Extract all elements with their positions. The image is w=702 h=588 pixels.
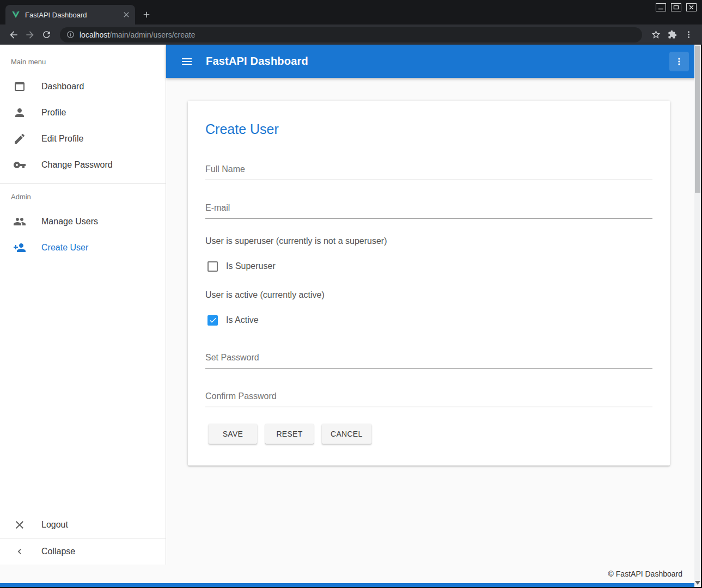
confirm-password-input[interactable] — [205, 387, 652, 407]
pencil-icon — [13, 132, 26, 145]
back-icon[interactable] — [5, 27, 22, 43]
bookmark-star-icon[interactable] — [648, 27, 664, 43]
minimize-icon[interactable] — [656, 3, 666, 11]
sidebar-item-logout[interactable]: Logout — [0, 512, 166, 538]
forward-icon[interactable] — [22, 27, 38, 43]
page-scrollbar[interactable] — [694, 45, 701, 587]
page-title: Create User — [205, 121, 652, 137]
confirm-password-field-wrap — [205, 387, 652, 407]
browser-toolbar: localhost/main/admin/users/create — [0, 24, 702, 45]
browser-menu-icon[interactable] — [680, 27, 697, 43]
sidebar-item-manage-users[interactable]: Manage Users — [0, 209, 166, 235]
tab-title: FastAPI Dashboard — [25, 11, 117, 19]
set-password-field-wrap — [205, 348, 652, 369]
person-icon — [13, 106, 26, 119]
browser-tab-strip: FastAPI Dashboard — [0, 0, 702, 24]
sidebar-item-label: Logout — [41, 520, 68, 530]
main-area: FastAPI Dashboard Create User User is su… — [166, 45, 701, 565]
info-icon[interactable] — [66, 30, 75, 39]
url-text: localhost/main/admin/users/create — [80, 30, 195, 40]
sidebar-item-label: Change Password — [41, 160, 113, 170]
copyright-text: © FastAPI Dashboard — [608, 569, 682, 578]
window-controls — [656, 3, 697, 11]
form-actions: SAVE RESET CANCEL — [205, 424, 652, 444]
is-active-checkbox[interactable] — [207, 315, 218, 326]
tab-close-icon[interactable] — [122, 10, 131, 19]
new-tab-button[interactable] — [142, 10, 151, 20]
footer-accent-strip — [0, 583, 701, 587]
scrollbar-thumb[interactable] — [695, 46, 700, 193]
cancel-button[interactable]: CANCEL — [322, 424, 371, 444]
active-checkbox-label: Is Active — [226, 315, 259, 325]
sidebar-item-edit-profile[interactable]: Edit Profile — [0, 126, 166, 152]
app-footer: © FastAPI Dashboard — [0, 565, 701, 583]
full-name-field-wrap — [205, 160, 652, 180]
sidebar-item-label: Dashboard — [41, 82, 84, 91]
chevron-left-icon — [14, 546, 25, 557]
maximize-icon[interactable] — [671, 3, 681, 11]
kebab-menu-icon[interactable] — [669, 52, 689, 71]
appbar-title: FastAPI Dashboard — [206, 55, 308, 68]
sidebar-item-label: Edit Profile — [41, 134, 83, 144]
superuser-check-row: Is Superuser — [205, 260, 652, 273]
active-hint: User is active (currently active) — [205, 290, 652, 300]
sidebar-item-label: Create User — [41, 243, 88, 253]
sidebar-section-admin: Admin — [0, 184, 166, 209]
url-path: /main/admin/users/create — [109, 30, 195, 39]
checkmark-icon — [209, 262, 217, 271]
sidebar-item-label: Profile — [41, 108, 66, 118]
dashboard-icon — [13, 80, 26, 93]
checkmark-icon — [209, 316, 217, 324]
url-bar[interactable]: localhost/main/admin/users/create — [60, 27, 642, 42]
set-password-input[interactable] — [205, 348, 652, 369]
app-bar: FastAPI Dashboard — [166, 45, 701, 78]
sidebar: Main menu Dashboard Profile Edit Profile — [0, 45, 166, 565]
sidebar-item-label: Manage Users — [41, 217, 98, 226]
vue-logo-icon — [11, 10, 20, 19]
email-field-wrap — [205, 199, 652, 219]
sidebar-item-change-password[interactable]: Change Password — [0, 152, 166, 178]
superuser-checkbox-label: Is Superuser — [226, 261, 276, 271]
extension-icon[interactable] — [664, 27, 680, 43]
reload-icon[interactable] — [38, 27, 54, 43]
reset-button[interactable]: RESET — [265, 424, 314, 444]
email-input[interactable] — [205, 199, 652, 219]
active-check-row: Is Active — [205, 314, 652, 327]
full-name-input[interactable] — [205, 160, 652, 180]
hamburger-icon[interactable] — [180, 55, 193, 68]
save-button[interactable]: SAVE — [209, 424, 257, 444]
sidebar-spacer — [0, 261, 166, 512]
sidebar-item-collapse[interactable]: Collapse — [0, 538, 166, 565]
url-host: localhost — [80, 30, 109, 39]
key-icon — [13, 158, 26, 171]
browser-tab[interactable]: FastAPI Dashboard — [5, 5, 135, 24]
sidebar-item-label: Collapse — [41, 547, 75, 556]
create-user-card: Create User User is superuser (currently… — [188, 101, 670, 465]
sidebar-item-dashboard[interactable]: Dashboard — [0, 74, 166, 100]
window-close-icon[interactable] — [686, 3, 697, 11]
page-content: Create User User is superuser (currently… — [166, 78, 701, 565]
superuser-hint: User is superuser (currently is not a su… — [205, 236, 652, 246]
sidebar-section-main-menu: Main menu — [0, 49, 166, 74]
person-add-icon — [13, 241, 26, 254]
is-superuser-checkbox[interactable] — [207, 261, 218, 272]
people-icon — [13, 215, 26, 228]
app-viewport: Main menu Dashboard Profile Edit Profile — [0, 45, 701, 587]
logout-x-icon — [13, 518, 26, 531]
scrollbar-down-arrow-icon[interactable] — [695, 581, 700, 585]
sidebar-item-create-user[interactable]: Create User — [0, 235, 166, 261]
sidebar-item-profile[interactable]: Profile — [0, 100, 166, 126]
